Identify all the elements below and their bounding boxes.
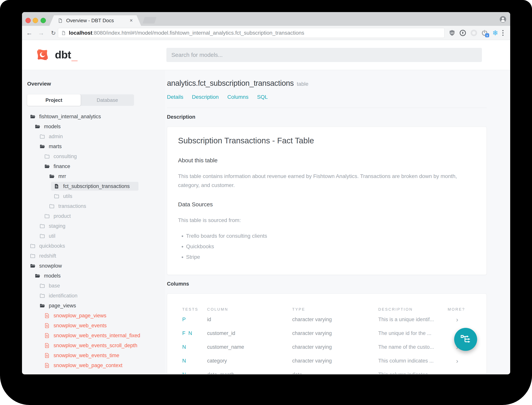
expand-row-chevron-icon[interactable]: ›	[448, 358, 476, 364]
tree-item-fct_subscription_transactions[interactable]: fct_subscription_transactions	[27, 181, 160, 191]
tree-item-quickbooks[interactable]: quickbooks	[27, 241, 160, 251]
tree-item-label: marts	[49, 143, 62, 149]
tab-close-icon[interactable]: ×	[130, 18, 133, 24]
column-header-tests: TESTS	[182, 307, 207, 312]
cell-type: date	[292, 372, 378, 374]
ublock-extension-icon[interactable]: uo	[448, 29, 456, 37]
disabled-extension-icon[interactable]	[470, 29, 478, 37]
columns-card: TESTSCOLUMNTYPEDESCRIPTIONMORE? Pidchara…	[167, 294, 487, 374]
reload-button[interactable]: ↻	[49, 29, 58, 37]
cell-type: character varying	[292, 317, 378, 323]
tree-item-label: quickbooks	[39, 243, 65, 249]
onepassword-extension-icon[interactable]	[459, 29, 467, 37]
table-row-category[interactable]: Ncategorycharacter varyingThis column in…	[178, 354, 476, 368]
svg-text:uo: uo	[451, 31, 453, 34]
tree-item-label: product	[53, 213, 71, 219]
tree-item-label: models	[44, 273, 61, 279]
tree-item-finance[interactable]: finance	[27, 161, 160, 171]
tree-item-label: identification	[49, 293, 78, 299]
tree-item-snowplow_page_views[interactable]: snowplow_page_views	[27, 311, 160, 321]
cell-description: The unique id for the ...	[378, 330, 448, 336]
tree-item-redshift[interactable]: redshift	[27, 251, 160, 261]
tree-item-marts[interactable]: marts	[27, 142, 160, 151]
doc-title: Subscription Transactions - Fact Table	[178, 136, 476, 146]
tree-item-util[interactable]: util	[27, 231, 160, 241]
tree-item-base[interactable]: base	[27, 281, 160, 291]
tree-item-models[interactable]: models	[27, 271, 160, 281]
cell-tests: N	[182, 358, 207, 364]
table-row-date_month[interactable]: Ndate_monthdateThis column indicates ...…	[178, 368, 476, 374]
sources-intro: This table is sourced from:	[178, 216, 476, 225]
brand-cursor: _	[72, 46, 78, 66]
cell-description: This column indicates ...	[378, 372, 448, 374]
minimize-window-button[interactable]	[33, 18, 38, 23]
view-tab-database[interactable]: Database	[81, 94, 134, 106]
browser-tab-bar: Overview - DBT Docs ×	[22, 12, 510, 26]
cell-type: character varying	[292, 344, 378, 350]
url-path: :8080/index.html#!/model/model.fishtown_…	[92, 30, 304, 36]
table-row-customer_name[interactable]: Ncustomer_namecharacter varyingThe name …	[178, 340, 476, 354]
browser-window: Overview - DBT Docs × ← → ↻ localhost:80…	[22, 12, 510, 374]
page-info-icon[interactable]	[61, 31, 66, 35]
folder-icon	[44, 213, 50, 219]
folder-icon	[30, 253, 36, 259]
zoom-window-button[interactable]	[40, 18, 46, 23]
forward-button[interactable]: →	[37, 29, 45, 37]
tree-item-label: snowplow_web_events_scroll_depth	[53, 343, 137, 349]
dbt-logo[interactable]: dbt_	[34, 46, 78, 66]
tree-item-transactions[interactable]: transactions	[27, 201, 160, 211]
about-heading: About this table	[178, 157, 476, 164]
tree-item-label: finance	[53, 163, 70, 169]
expand-row-chevron-icon[interactable]: ›	[448, 371, 476, 374]
profile-avatar-icon[interactable]	[499, 15, 507, 23]
tree-item-label: snowplow_web_events_time	[53, 352, 119, 358]
columns-section-heading: Columns	[167, 281, 487, 287]
table-row-customer_id[interactable]: F Ncustomer_idcharacter varyingThe uniqu…	[178, 326, 476, 340]
tree-item-snowplow_web_page_context[interactable]: snowplow_web_page_context	[27, 360, 160, 370]
tree-item-staging[interactable]: staging	[27, 221, 160, 231]
back-button[interactable]: ←	[25, 29, 33, 37]
tree-item-snowplow[interactable]: snowplow	[27, 261, 160, 271]
new-tab-button[interactable]	[143, 17, 157, 24]
tree-item-mrr[interactable]: mrr	[27, 171, 160, 181]
cell-type: character varying	[292, 358, 378, 364]
anchor-link-sql[interactable]: SQL	[257, 94, 268, 100]
tree-item-page_views[interactable]: page_views	[27, 301, 160, 311]
search-input[interactable]	[166, 48, 482, 62]
tree-item-label: fct_subscription_transactions	[63, 183, 130, 189]
tree-item-label: utils	[63, 193, 72, 199]
tree-item-fishtown_internal_analytics[interactable]: fishtown_internal_analytics	[27, 112, 160, 122]
lineage-graph-button[interactable]	[454, 328, 477, 351]
power-extension-icon[interactable]: x	[480, 29, 489, 37]
columns-table-body: Pidcharacter varyingThis is a unique ide…	[178, 313, 476, 374]
browser-menu-icon[interactable]	[502, 30, 504, 36]
anchor-link-columns[interactable]: Columns	[227, 94, 248, 100]
tree-item-identification[interactable]: identification	[27, 291, 160, 301]
file-icon	[54, 183, 59, 189]
folder-icon	[39, 293, 45, 299]
view-switcher: ProjectDatabase	[27, 94, 134, 106]
cell-description: This is a unique identif...	[378, 317, 448, 323]
tree-item-models[interactable]: models	[27, 122, 160, 131]
url-bar[interactable]: localhost:8080/index.html#!/model/model.…	[58, 28, 445, 38]
browser-tab[interactable]: Overview - DBT Docs ×	[49, 15, 141, 26]
tree-item-snowplow_web_events_scroll_depth[interactable]: snowplow_web_events_scroll_depth	[27, 340, 160, 351]
anchor-link-details[interactable]: Details	[167, 94, 183, 100]
cell-tests: N	[182, 372, 207, 374]
tree-item-snowplow_web_events[interactable]: snowplow_web_events	[27, 321, 160, 331]
tree-item-consulting[interactable]: consulting	[27, 151, 160, 161]
close-window-button[interactable]	[26, 18, 31, 23]
tree-item-snowplow_web_events_time[interactable]: snowplow_web_events_time	[27, 351, 160, 360]
tree-item-product[interactable]: product	[27, 211, 160, 221]
view-tab-project[interactable]: Project	[27, 94, 81, 106]
tree-item-utils[interactable]: utils	[27, 191, 160, 201]
tree-item-label: redshift	[39, 253, 56, 259]
folder-icon	[39, 233, 45, 239]
expand-row-chevron-icon[interactable]: ›	[448, 316, 476, 323]
tree-item-admin[interactable]: admin	[27, 131, 160, 142]
snowflake-extension-icon[interactable]: ❄	[491, 29, 499, 37]
cell-type: character varying	[292, 330, 378, 336]
tree-item-snowplow_web_events_internal_fixed[interactable]: snowplow_web_events_internal_fixed	[27, 331, 160, 340]
anchor-link-description[interactable]: Description	[192, 94, 219, 100]
table-row-id[interactable]: Pidcharacter varyingThis is a unique ide…	[178, 313, 476, 326]
